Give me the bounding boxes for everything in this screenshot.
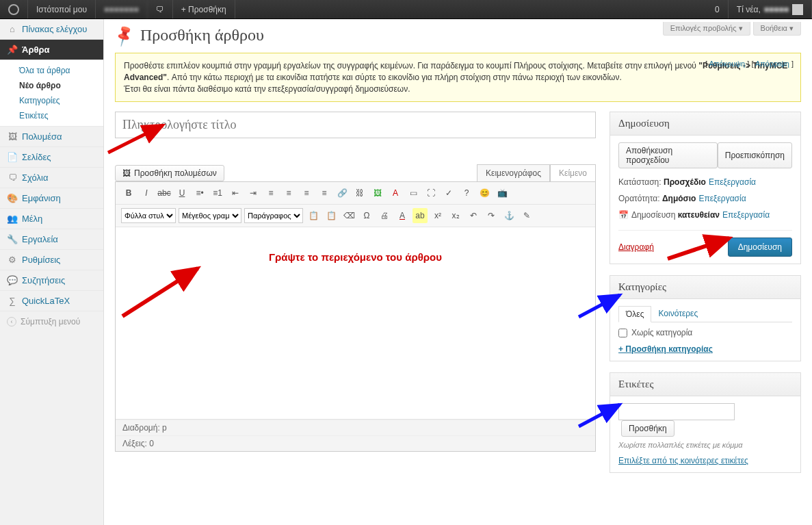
print-button[interactable]: 🖨: [377, 208, 392, 223]
notifications-count[interactable]: 0: [707, 0, 729, 18]
notice-hide-link[interactable]: Απόκρυψη: [709, 60, 745, 68]
categories-tab-popular[interactable]: Κοινότερες: [651, 306, 705, 322]
edit-schedule-link[interactable]: Επεξεργασία: [722, 210, 770, 220]
forecolor-button[interactable]: A: [395, 208, 410, 223]
sidebar-item-media[interactable]: 🖼Πολυμέσα: [0, 127, 103, 147]
media-icon: 🖼: [7, 131, 18, 142]
move-to-trash-link[interactable]: Διαγραφή: [618, 242, 654, 252]
main-content: Επιλογές προβολής ▾ Βοήθεια ▾ 📌 Προσθήκη…: [104, 19, 812, 525]
sidebar-item-users[interactable]: 👥Μέλη: [0, 209, 103, 229]
textcolor-button[interactable]: A: [388, 185, 403, 201]
italic-button[interactable]: I: [139, 185, 154, 201]
notice-reject-link[interactable]: Απόρριψη: [755, 60, 789, 68]
posts-submenu: Όλα τα άρθρα Νέο άρθρο Κατηγορίες Ετικέτ…: [0, 60, 103, 127]
site-name[interactable]: ■■■■■■■: [96, 0, 148, 18]
num-list-button[interactable]: ≡1: [210, 185, 225, 201]
account-menu[interactable]: Τί νέα, ■■■■■: [729, 0, 812, 18]
video-button[interactable]: 📺: [495, 185, 510, 201]
editor-tab-visual[interactable]: Κειμενογράφος: [477, 164, 550, 181]
submenu-categories[interactable]: Κατηγορίες: [19, 93, 103, 108]
charmap-button[interactable]: Ω: [359, 208, 374, 223]
link-button[interactable]: 🔗: [335, 185, 350, 201]
clear-format-button[interactable]: ⌫: [341, 208, 356, 223]
editor-tab-text[interactable]: Κείμενο: [550, 164, 596, 181]
submenu-all-posts[interactable]: Όλα τα άρθρα: [19, 63, 103, 78]
page-title: Προσθήκη άρθρου: [140, 26, 264, 44]
image-button[interactable]: 🖼: [370, 185, 385, 201]
sidebar-item-comments[interactable]: 🗨Σχόλια: [0, 168, 103, 188]
admin-notice: [ Απόκρυψη ] [ Απόρριψη ] Προσθέστε επιπ…: [115, 53, 801, 102]
category-checkbox[interactable]: [618, 329, 627, 337]
gear-icon: ⚙: [7, 255, 18, 265]
anchor-button[interactable]: ⚓: [501, 208, 516, 223]
sidebar-item-appearance[interactable]: 🎨Εμφάνιση: [0, 188, 103, 209]
sidebar-item-quicklatex[interactable]: ∑QuickLaTeX: [0, 291, 103, 311]
post-title-input[interactable]: [115, 112, 596, 138]
align-left-button[interactable]: ≡: [263, 185, 278, 201]
backcolor-button[interactable]: ab: [412, 208, 428, 223]
publish-button[interactable]: Δημοσίευση: [728, 238, 792, 257]
tag-input[interactable]: [618, 403, 735, 420]
pin-icon: 📌: [7, 44, 18, 55]
annotation-arrow-body: [116, 261, 218, 325]
help-toggle[interactable]: Βοήθεια ▾: [753, 22, 801, 36]
submenu-new-post[interactable]: Νέο άρθρο: [19, 78, 103, 93]
unlink-button[interactable]: ⛓: [352, 185, 367, 201]
tools-icon: 🔧: [7, 234, 18, 244]
category-uncategorized[interactable]: Χωρίς κατηγορία: [618, 328, 792, 337]
underline-button[interactable]: U: [174, 185, 189, 201]
editor-body[interactable]: Γράψτε το περιεχόμενο του άρθρου: [116, 227, 595, 419]
indent-button[interactable]: ⇥: [246, 185, 261, 201]
spellcheck-button[interactable]: ✓: [441, 185, 456, 201]
save-draft-button[interactable]: Αποθήκευση προσχεδίου: [618, 142, 718, 168]
undo-button[interactable]: ↶: [466, 208, 481, 223]
format-select[interactable]: Παράγραφος: [244, 208, 303, 223]
emoji-button[interactable]: 😊: [477, 185, 492, 201]
sidebar-item-pages[interactable]: 📄Σελίδες: [0, 147, 103, 168]
sidebar-item-settings[interactable]: ⚙Ρυθμίσεις: [0, 250, 103, 270]
choose-popular-tags-link[interactable]: Επιλέξτε από τις κοινότερες ετικέτες: [618, 456, 748, 465]
submenu-tags[interactable]: Ετικέτες: [19, 108, 103, 123]
redo-button[interactable]: ↷: [484, 208, 499, 223]
edit-visibility-link[interactable]: Επεξεργασία: [698, 194, 746, 203]
edit-status-link[interactable]: Επεξεργασία: [709, 177, 756, 187]
categories-title: Κατηγορίες: [610, 276, 800, 299]
strike-button[interactable]: abc: [157, 185, 172, 201]
bullet-list-button[interactable]: ≡•: [192, 185, 207, 201]
align-right-button[interactable]: ≡: [299, 185, 314, 201]
add-tag-button[interactable]: Προσθήκη: [621, 420, 675, 437]
sidebar-item-tools[interactable]: 🔧Εργαλεία: [0, 229, 103, 250]
align-justify-button[interactable]: ≡: [317, 185, 332, 201]
comment-icon: 🗨: [7, 172, 18, 183]
code-button[interactable]: ✎: [519, 208, 534, 223]
preview-button[interactable]: Προεπισκόπηση: [718, 142, 792, 168]
fontsize-select[interactable]: Μέγεθος γραμ: [179, 208, 241, 223]
bold-button[interactable]: B: [121, 185, 136, 201]
outdent-button[interactable]: ⇤: [228, 185, 243, 201]
new-content-menu[interactable]: + Προσθήκη: [173, 0, 235, 18]
my-sites-menu[interactable]: Ιστότοποί μου: [28, 0, 96, 18]
more-button[interactable]: ▭: [406, 185, 421, 201]
fullscreen-button[interactable]: ⛶: [423, 185, 438, 201]
publish-metabox: Δημοσίευση Αποθήκευση προσχεδίου Προεπισ…: [610, 112, 801, 264]
sup-button[interactable]: x²: [430, 208, 445, 223]
align-center-button[interactable]: ≡: [281, 185, 296, 201]
sidebar-item-posts[interactable]: 📌Άρθρα: [0, 40, 103, 60]
sidebar-item-forums[interactable]: 💬Συζητήσεις: [0, 270, 103, 291]
collapse-menu[interactable]: ‹Σύμπτυξη μενού: [0, 311, 103, 332]
paste-button[interactable]: 📋: [306, 208, 321, 223]
styles-select[interactable]: Φύλλα στυλ: [121, 208, 176, 223]
wp-logo-menu[interactable]: [0, 0, 28, 18]
editor-hint-annotation: Γράψτε το περιεχόμενο του άρθρου: [129, 251, 581, 263]
add-category-link[interactable]: + Προσθήκη κατηγορίας: [618, 344, 713, 354]
categories-tab-all[interactable]: Όλες: [618, 306, 651, 322]
tags-title: Ετικέτες: [610, 373, 800, 396]
comments-menu[interactable]: 🗨: [148, 0, 173, 18]
screen-options-toggle[interactable]: Επιλογές προβολής ▾: [663, 22, 750, 36]
sidebar-item-dashboard[interactable]: ⌂Πίνακας ελέγχου: [0, 19, 103, 40]
add-media-button[interactable]: 🖼Προσθήκη πολυμέσων: [115, 165, 224, 181]
calendar-icon: 📅: [618, 210, 629, 220]
sub-button[interactable]: x₂: [448, 208, 463, 223]
help-button[interactable]: ?: [459, 185, 474, 201]
paste-word-button[interactable]: 📋: [324, 208, 339, 223]
